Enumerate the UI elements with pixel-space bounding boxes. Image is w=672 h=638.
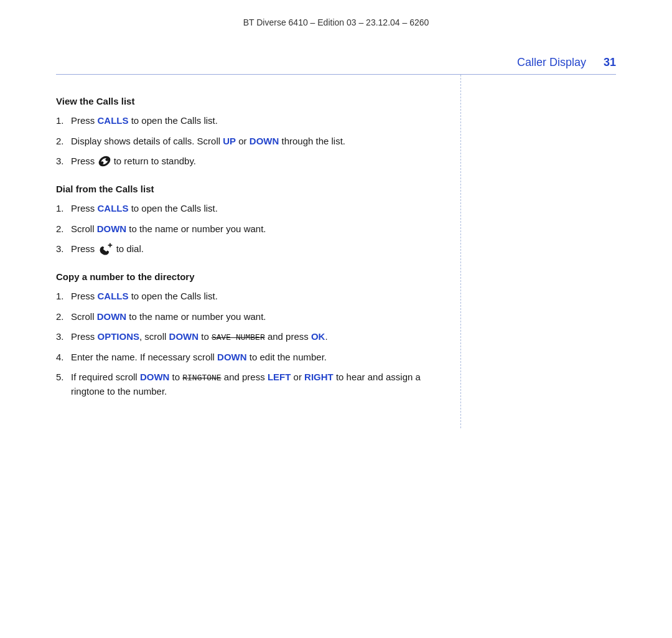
standby-icon	[98, 154, 111, 168]
left-keyword: LEFT	[268, 372, 291, 382]
down-keyword: DOWN	[97, 311, 127, 322]
dial-icon	[98, 242, 114, 256]
list-content: Press CALLS to open the Calls list.	[71, 202, 454, 216]
page-number: 31	[604, 56, 616, 69]
list-view-calls-list: 1. Press CALLS to open the Calls list. 2…	[56, 114, 454, 169]
list-content: Press OPTIONS, scroll DOWN to SAVE NUMBE…	[71, 330, 454, 344]
list-content: Enter the name. If necessary scroll DOWN…	[71, 350, 454, 365]
list-content: Scroll DOWN to the name or number you wa…	[71, 222, 454, 237]
list-item: 1. Press CALLS to open the Calls list.	[56, 202, 454, 216]
list-item: 1. Press CALLS to open the Calls list.	[56, 289, 454, 304]
list-num: 1.	[56, 114, 71, 128]
page-header: BT Diverse 6410 – Edition 03 – 23.12.04 …	[0, 0, 672, 37]
list-content: Scroll DOWN to the name or number you wa…	[71, 310, 454, 324]
list-item: 2. Scroll DOWN to the name or number you…	[56, 222, 454, 237]
list-item: 3. Press to return to standby.	[56, 154, 454, 169]
ringtone-text: RINGTONE	[182, 373, 221, 383]
down-keyword: DOWN	[140, 372, 170, 382]
list-content: Press to dial.	[71, 242, 454, 256]
list-item: 4. Enter the name. If necessary scroll D…	[56, 350, 454, 365]
section-heading-copy: Copy a number to the directory	[56, 271, 454, 282]
list-num: 3.	[56, 154, 71, 169]
section-view-calls-list: View the Calls list 1. Press CALLS to op…	[56, 96, 454, 169]
list-dial-from-calls-list: 1. Press CALLS to open the Calls list. 2…	[56, 202, 454, 256]
list-copy-number-directory: 1. Press CALLS to open the Calls list. 2…	[56, 289, 454, 398]
list-item: 2. Scroll DOWN to the name or number you…	[56, 310, 454, 324]
down-keyword: DOWN	[217, 352, 247, 362]
list-num: 2.	[56, 222, 71, 237]
list-item: 2. Display shows details of calls. Scrol…	[56, 134, 454, 149]
down-keyword: DOWN	[97, 223, 127, 234]
options-keyword: OPTIONS	[98, 331, 140, 342]
list-item: 1. Press CALLS to open the Calls list.	[56, 114, 454, 128]
down-keyword: DOWN	[169, 331, 199, 342]
chapter-title: Caller Display	[517, 56, 586, 69]
list-num: 3.	[56, 242, 71, 256]
list-content: Display shows details of calls. Scroll U…	[71, 134, 454, 149]
list-num: 2.	[56, 134, 71, 149]
list-content: Press CALLS to open the Calls list.	[71, 114, 454, 128]
up-keyword: UP	[223, 136, 236, 146]
page-container: BT Diverse 6410 – Edition 03 – 23.12.04 …	[0, 0, 672, 638]
list-num: 3.	[56, 330, 71, 344]
main-content: View the Calls list 1. Press CALLS to op…	[56, 75, 454, 428]
section-copy-number-directory: Copy a number to the directory 1. Press …	[56, 271, 454, 398]
section-heading-dial: Dial from the Calls list	[56, 184, 454, 194]
right-column	[460, 75, 616, 428]
list-num: 4.	[56, 350, 71, 365]
calls-keyword: CALLS	[98, 291, 129, 301]
section-dial-from-calls-list: Dial from the Calls list 1. Press CALLS …	[56, 184, 454, 256]
save-number-text: SAVE NUMBER	[212, 333, 265, 342]
list-num: 2.	[56, 310, 71, 324]
right-keyword: RIGHT	[304, 372, 334, 382]
content-area: View the Calls list 1. Press CALLS to op…	[56, 75, 616, 428]
header-title: BT Diverse 6410 – Edition 03 – 23.12.04 …	[243, 17, 429, 27]
list-content: If required scroll DOWN to RINGTONE and …	[71, 370, 454, 398]
calls-keyword: CALLS	[98, 203, 129, 213]
list-num: 1.	[56, 289, 71, 304]
down-keyword: DOWN	[250, 136, 279, 146]
list-num: 5.	[56, 370, 71, 385]
list-content: Press to return to standby.	[71, 154, 454, 169]
section-heading-view-calls-list: View the Calls list	[56, 96, 454, 106]
list-item: 5. If required scroll DOWN to RINGTONE a…	[56, 370, 454, 398]
ok-keyword: OK	[311, 331, 325, 342]
list-content: Press CALLS to open the Calls list.	[71, 289, 454, 304]
list-num: 1.	[56, 202, 71, 216]
calls-keyword: CALLS	[98, 115, 129, 126]
list-item: 3. Press to dial.	[56, 242, 454, 256]
list-item: 3. Press OPTIONS, scroll DOWN to SAVE NU…	[56, 330, 454, 344]
chapter-header: Caller Display 31	[0, 37, 672, 74]
